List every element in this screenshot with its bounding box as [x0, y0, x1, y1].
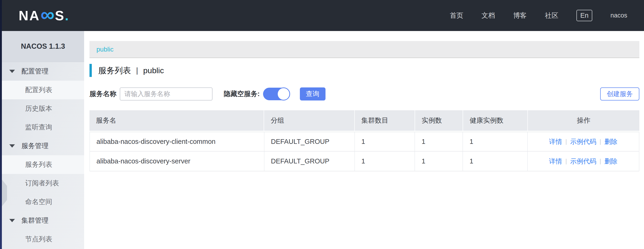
hide-empty-service-toggle[interactable] — [263, 88, 290, 100]
menu-label: 订阅者列表 — [25, 179, 59, 188]
namespace-tab-public[interactable]: public — [96, 46, 114, 53]
sidebar-item-配置列表[interactable]: 配置列表 — [2, 81, 84, 99]
title-separator: | — [136, 66, 138, 75]
action-link-sample-code[interactable]: 示例代码 — [570, 137, 596, 146]
sidebar-item-监听查询[interactable]: 监听查询 — [2, 118, 84, 137]
column-header: 健康实例数 — [463, 110, 528, 131]
top-header: NA ∞ S . 首页 文档 博客 社区 En nacos — [0, 0, 644, 31]
action-link-sample-code[interactable]: 示例代码 — [570, 157, 596, 166]
healthy-count-cell: 1 — [463, 152, 528, 171]
sidebar-item-命名空间[interactable]: 命名空间 — [2, 193, 84, 211]
nacos-logo[interactable]: NA ∞ S . — [19, 8, 68, 23]
instance-count-cell: 1 — [415, 152, 463, 171]
sidebar-item-节点列表[interactable]: 节点列表 — [2, 230, 84, 248]
sidebar-item-服务列表[interactable]: 服务列表 — [2, 155, 84, 174]
service-name-cell: alibaba-nacos-discovery-server — [90, 152, 264, 171]
column-header: 分组 — [264, 110, 355, 131]
search-button[interactable]: 查询 — [300, 87, 326, 101]
username[interactable]: nacos — [610, 12, 627, 19]
menu-label: 集群管理 — [22, 216, 48, 225]
instance-count-cell: 1 — [415, 132, 463, 151]
caret-down-icon — [9, 144, 15, 148]
nav-blog[interactable]: 博客 — [513, 11, 526, 20]
top-nav: 首页 文档 博客 社区 En nacos — [450, 10, 627, 21]
action-separator: | — [600, 158, 601, 165]
nav-home[interactable]: 首页 — [450, 11, 463, 20]
sidebar-item-历史版本[interactable]: 历史版本 — [2, 99, 84, 118]
group-cell: DEFAULT_GROUP — [264, 152, 355, 171]
nav-docs[interactable]: 文档 — [481, 11, 495, 20]
sidebar-group-配置管理[interactable]: 配置管理 — [2, 62, 84, 81]
page-title: 服务列表 — [98, 65, 131, 76]
cluster-count-cell: 1 — [355, 132, 415, 151]
sidebar-menu: 配置管理配置列表历史版本监听查询服务管理服务列表订阅者列表命名空间集群管理节点列… — [2, 62, 84, 248]
title-accent-bar — [90, 64, 92, 77]
service-table: 服务名分组集群数目实例数健康实例数操作 alibaba-nacos-discov… — [90, 110, 639, 171]
toggle-knob — [277, 87, 290, 101]
language-toggle-button[interactable]: En — [576, 10, 592, 21]
nav-community[interactable]: 社区 — [545, 11, 558, 20]
menu-label: 配置管理 — [22, 67, 48, 76]
menu-label: 节点列表 — [25, 234, 52, 244]
logo-dot: . — [65, 9, 68, 22]
left-edge-strip — [0, 0, 2, 249]
caret-down-icon — [9, 70, 15, 73]
sidebar-group-服务管理[interactable]: 服务管理 — [2, 137, 84, 155]
action-link-delete[interactable]: 删除 — [604, 157, 618, 166]
column-header: 集群数目 — [355, 110, 415, 131]
filter-row: 服务名称 隐藏空服务: 查询 创建服务 — [90, 87, 639, 101]
caret-down-icon — [9, 219, 15, 222]
action-link-detail[interactable]: 详情 — [549, 157, 562, 166]
create-service-button[interactable]: 创建服务 — [600, 87, 639, 101]
action-link-delete[interactable]: 删除 — [604, 137, 618, 146]
group-cell: DEFAULT_GROUP — [264, 132, 355, 151]
sidebar-version-title: NACOS 1.1.3 — [2, 31, 84, 62]
sidebar-item-订阅者列表[interactable]: 订阅者列表 — [2, 174, 84, 193]
menu-label: 配置列表 — [25, 85, 52, 95]
action-separator: | — [566, 158, 567, 165]
page-title-row: 服务列表 | public — [90, 64, 639, 77]
hide-empty-service-label: 隐藏空服务: — [224, 89, 260, 99]
action-separator: | — [566, 138, 567, 145]
sidebar: NACOS 1.1.3 配置管理配置列表历史版本监听查询服务管理服务列表订阅者列… — [2, 31, 84, 249]
title-namespace: public — [143, 66, 164, 75]
sidebar-group-集群管理[interactable]: 集群管理 — [2, 211, 84, 230]
actions-cell: 详情|示例代码|删除 — [528, 152, 639, 171]
healthy-count-cell: 1 — [463, 132, 528, 151]
menu-label: 服务管理 — [22, 141, 48, 151]
table-row: alibaba-nacos-discovery-client-commonDEF… — [90, 132, 639, 152]
service-name-input[interactable] — [120, 87, 212, 101]
main-content: public 服务列表 | public 服务名称 隐藏空服务: 查询 创建服务… — [84, 31, 644, 249]
logo-text-prefix: NA — [19, 9, 40, 22]
infinity-icon: ∞ — [40, 7, 54, 22]
service-name-cell: alibaba-nacos-discovery-client-common — [90, 132, 264, 151]
column-header: 服务名 — [90, 110, 264, 131]
actions-cell: 详情|示例代码|删除 — [528, 132, 639, 151]
namespace-bar: public — [90, 41, 639, 58]
menu-label: 历史版本 — [25, 104, 52, 113]
action-link-detail[interactable]: 详情 — [549, 137, 562, 146]
column-header: 实例数 — [415, 110, 463, 131]
column-header: 操作 — [528, 110, 639, 131]
menu-label: 监听查询 — [25, 123, 52, 132]
service-name-label: 服务名称 — [90, 89, 116, 99]
table-row: alibaba-nacos-discovery-serverDEFAULT_GR… — [90, 152, 639, 171]
table-header-row: 服务名分组集群数目实例数健康实例数操作 — [90, 110, 639, 131]
table-body: alibaba-nacos-discovery-client-commonDEF… — [90, 132, 639, 171]
action-separator: | — [600, 138, 601, 145]
cluster-count-cell: 1 — [355, 152, 415, 171]
logo-text-suffix: S — [55, 9, 65, 22]
menu-label: 服务列表 — [25, 160, 52, 169]
menu-label: 命名空间 — [25, 197, 52, 206]
